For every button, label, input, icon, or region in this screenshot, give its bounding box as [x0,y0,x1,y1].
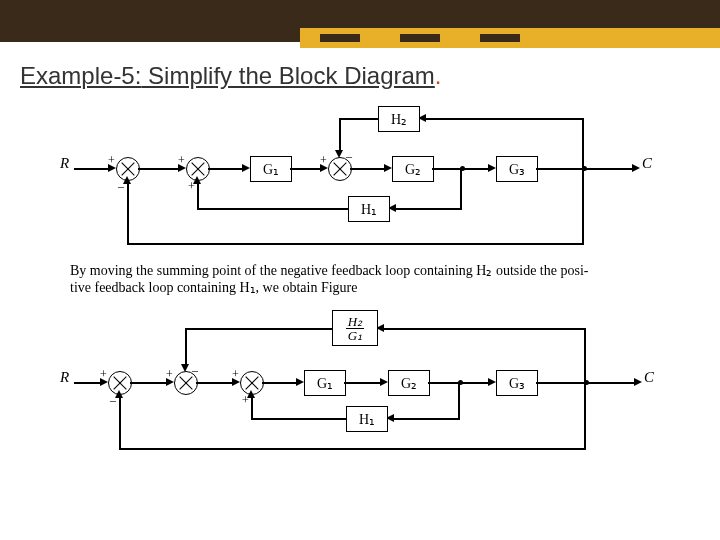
arrow-right-icon [488,378,496,386]
block-H2-over-G1: H₂G₁ [332,310,378,346]
wire [392,208,461,210]
block-G1: G₁ [304,370,346,396]
block-H1: H₁ [348,196,390,222]
label-C: C [642,156,652,171]
wire [130,382,170,384]
sign-plus: + [320,154,327,166]
block-G2: G₂ [388,370,430,396]
wire [185,328,332,330]
wire [197,180,199,209]
frac-num: H₂ [346,315,364,329]
wire [350,168,388,170]
sign-plus: + [178,154,185,166]
label-R: R [60,370,69,385]
wire [584,382,586,450]
arrow-right-icon [296,378,304,386]
wire [196,382,236,384]
caption-text: By moving the summing point of the negat… [70,262,630,296]
title-punct: . [435,62,442,89]
sign-minus: – [192,364,198,376]
title-text: Simplify the Block Diagram [141,62,434,89]
wire [119,448,585,450]
slide-title: Example-5: Simplify the Block Diagram. [20,62,720,90]
sign-plus: + [166,368,173,380]
slot-icon [480,34,520,42]
sign-plus: + [100,368,107,380]
wire [197,208,348,210]
label-R: R [60,156,69,171]
frac-den: G₁ [346,329,364,342]
block-G2: G₂ [392,156,434,182]
slot-icon [400,34,440,42]
arrow-up-icon [247,390,255,398]
sign-plus: + [232,368,239,380]
wire [208,168,246,170]
block-diagram-bottom: R + – + – + + G₁ G₂ G₃ C H₂G₁ H₁ [60,304,660,454]
wire [344,382,384,384]
wire [290,168,324,170]
wire [422,118,583,120]
arrow-right-icon [242,164,250,172]
wire [138,168,182,170]
wire [582,118,584,168]
arrow-right-icon [634,378,642,386]
arrow-down-icon [335,150,343,158]
slide-banner [0,0,720,42]
arrow-right-icon [384,164,392,172]
block-G3: G₃ [496,370,538,396]
wire [262,382,300,384]
label-C: C [644,370,654,385]
block-G3: G₃ [496,156,538,182]
arrow-up-icon [115,390,123,398]
wire [74,168,112,170]
wire [185,328,187,368]
wire [460,168,462,210]
wire [119,394,121,449]
block-H2: H₂ [378,106,420,132]
arrow-right-icon [488,164,496,172]
arrow-up-icon [123,176,131,184]
block-G1: G₁ [250,156,292,182]
sign-minus: – [346,150,352,162]
wire [458,382,460,420]
arrow-right-icon [380,378,388,386]
wire [582,168,584,245]
arrow-right-icon [632,164,640,172]
arrow-up-icon [193,176,201,184]
wire [339,118,341,154]
wire [127,243,583,245]
wire [127,180,129,244]
block-diagram-top: R + – + + G₁ + – G₂ G₃ C H₂ H₁ [60,98,660,248]
title-prefix: Example-5: [20,62,141,89]
wire [390,418,459,420]
sign-plus: + [108,154,115,166]
caption-line2: tive feedback loop containing H₁, we obt… [70,280,357,295]
wire [339,118,378,120]
fraction: H₂G₁ [346,315,364,342]
slot-icon [320,34,360,42]
wire [380,328,585,330]
caption-line1: By moving the summing point of the negat… [70,263,588,278]
wire [251,418,346,420]
arrow-down-icon [181,364,189,372]
wire [584,328,586,382]
block-H1: H₁ [346,406,388,432]
